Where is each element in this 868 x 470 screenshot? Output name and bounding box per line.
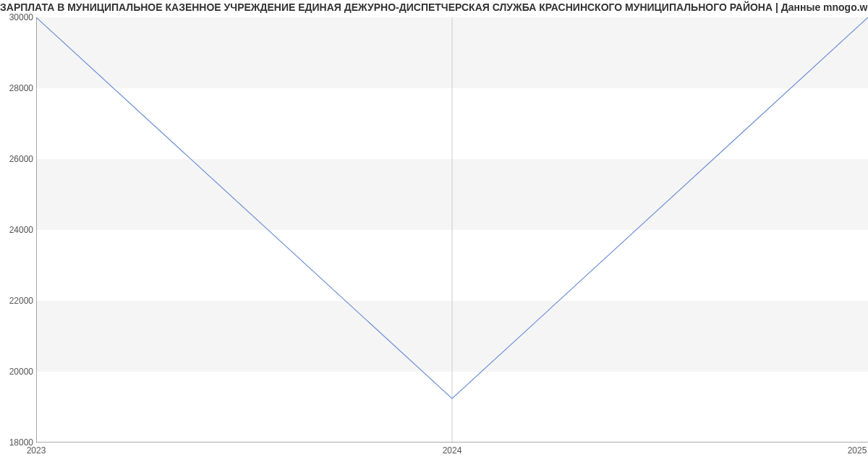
plot-area — [36, 17, 868, 443]
x-tick-2023: 2023 — [27, 445, 46, 456]
y-tick-30000: 30000 — [9, 12, 33, 22]
y-tick-22000: 22000 — [9, 296, 33, 306]
y-tick-26000: 26000 — [9, 154, 33, 164]
x-tick-2024: 2024 — [443, 445, 462, 456]
y-tick-24000: 24000 — [9, 225, 33, 235]
y-tick-20000: 20000 — [9, 367, 33, 377]
x-tick-2025: 2025 — [848, 445, 867, 456]
chart-title: ЗАРПЛАТА В МУНИЦИПАЛЬНОЕ КАЗЕННОЕ УЧРЕЖД… — [0, 1, 868, 13]
y-tick-28000: 28000 — [9, 83, 33, 93]
